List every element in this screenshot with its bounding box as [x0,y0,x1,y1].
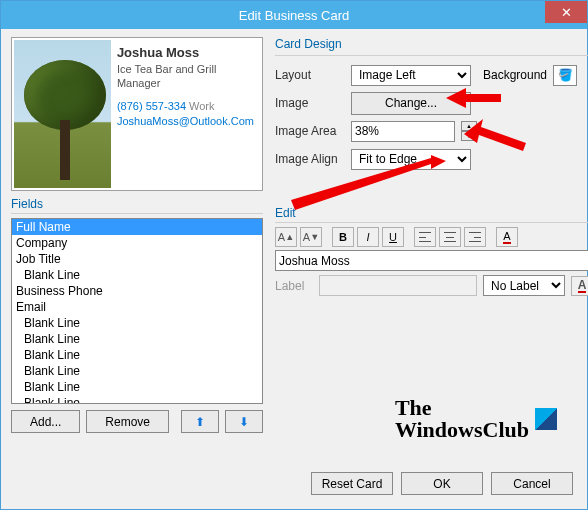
card-email: JoshuaMoss@Outlook.Com [117,114,254,129]
image-align-select[interactable]: Fit to Edge [351,149,471,170]
arrow-down-icon: ⬇ [239,415,249,429]
image-area-spinner[interactable]: ▲ ▼ [461,121,477,141]
label-row: Label No Label A [275,275,588,296]
field-item[interactable]: Blank Line [12,331,262,347]
field-item[interactable]: Blank Line [12,395,262,404]
fields-label: Fields [11,197,263,211]
field-item[interactable]: Full Name [12,219,262,235]
card-name: Joshua Moss [117,44,254,62]
edit-section: Edit A▲ A▼ B I U A [275,206,588,296]
font-decrease-button[interactable]: A▼ [300,227,322,247]
align-center-button[interactable] [439,227,461,247]
card-info: Joshua Moss Ice Tea Bar and Grill Manage… [111,40,260,188]
image-area-label: Image Area [275,124,345,138]
edit-text-input[interactable] [275,250,588,271]
layout-label: Layout [275,68,345,82]
image-area-row: Image Area ▲ ▼ [275,118,588,144]
align-right-button[interactable] [464,227,486,247]
window-title: Edit Business Card [1,8,587,23]
change-image-button[interactable]: Change... [351,92,471,115]
left-column: Joshua Moss Ice Tea Bar and Grill Manage… [11,37,263,433]
move-down-button[interactable]: ⬇ [225,410,263,433]
card-sub: Ice Tea Bar and Grill Manager [117,62,254,92]
edit-label: Edit [275,206,588,220]
field-item[interactable]: Email [12,299,262,315]
move-up-button[interactable]: ⬆ [181,410,219,433]
edit-business-card-window: Edit Business Card ✕ Joshua Moss Ice Tea… [0,0,588,510]
add-field-button[interactable]: Add... [11,410,80,433]
card-phone: (876) 557-334 Work [117,99,254,114]
font-increase-button[interactable]: A▲ [275,227,297,247]
label-color-button[interactable]: A [571,276,588,296]
spinner-down-icon[interactable]: ▼ [461,131,477,141]
font-color-button[interactable]: A [496,227,518,247]
image-row: Image Change... [275,90,588,116]
text-toolbar: A▲ A▼ B I U A [275,227,588,247]
field-item[interactable]: Business Phone [12,283,262,299]
field-item[interactable]: Blank Line [12,363,262,379]
underline-button[interactable]: U [382,227,404,247]
field-item[interactable]: Blank Line [12,379,262,395]
fields-list[interactable]: Full NameCompanyJob TitleBlank LineBusin… [11,218,263,404]
background-label: Background [483,68,547,82]
layout-select[interactable]: Image Left [351,65,471,86]
layout-row: Layout Image Left Background 🪣 [275,62,588,88]
field-item[interactable]: Job Title [12,251,262,267]
image-align-row: Image Align Fit to Edge [275,146,588,172]
ok-button[interactable]: OK [401,472,483,495]
align-left-button[interactable] [414,227,436,247]
image-area-input[interactable] [351,121,455,142]
field-item[interactable]: Blank Line [12,347,262,363]
card-preview: Joshua Moss Ice Tea Bar and Grill Manage… [11,37,263,191]
close-button[interactable]: ✕ [545,1,587,23]
spinner-up-icon[interactable]: ▲ [461,121,477,131]
remove-field-button[interactable]: Remove [86,410,169,433]
reset-card-button[interactable]: Reset Card [311,472,393,495]
titlebar: Edit Business Card ✕ [1,1,587,29]
label-caption: Label [275,279,313,293]
close-icon: ✕ [561,5,572,20]
background-color-button[interactable]: 🪣 [553,65,577,86]
footer-buttons: Reset Card OK Cancel [311,472,573,495]
paint-bucket-icon: 🪣 [558,68,573,82]
field-item[interactable]: Company [12,235,262,251]
card-image [14,40,111,188]
card-design-label: Card Design [275,37,588,51]
bold-button[interactable]: B [332,227,354,247]
label-position-select[interactable]: No Label [483,275,565,296]
label-text-input[interactable] [319,275,477,296]
field-item[interactable]: Blank Line [12,267,262,283]
fields-section: Fields Full NameCompanyJob TitleBlank Li… [11,197,263,433]
arrow-up-icon: ⬆ [195,415,205,429]
right-column: Card Design Layout Image Left Background… [275,37,588,433]
italic-button[interactable]: I [357,227,379,247]
font-color-icon: A [578,279,587,293]
image-label: Image [275,96,345,110]
image-align-label: Image Align [275,152,345,166]
field-item[interactable]: Blank Line [12,315,262,331]
cancel-button[interactable]: Cancel [491,472,573,495]
